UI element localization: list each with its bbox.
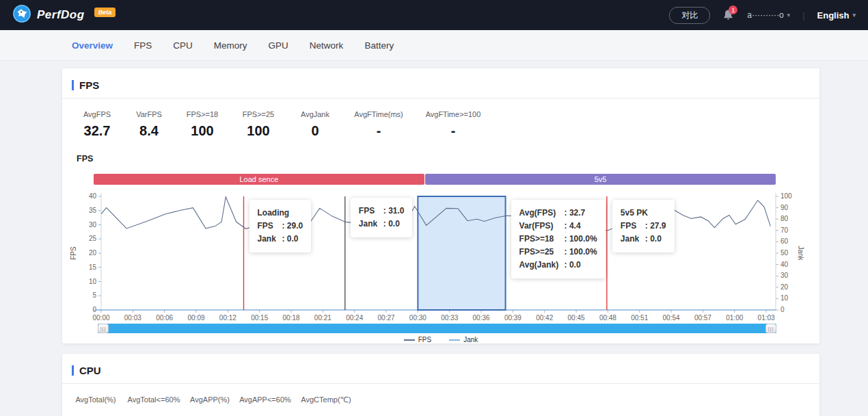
svg-text:10: 10 [781, 294, 789, 302]
tooltip-row: Var(FPS): 4.4 [519, 220, 597, 233]
tooltip-row: Jank: 0.0 [258, 233, 303, 246]
account-name: a··········o [747, 10, 783, 20]
tooltip-row: FPS>=25: 100.0% [519, 246, 597, 259]
app-header: PerfDog Beta 对比 1 a··········o ▾ | Engli… [0, 0, 868, 30]
svg-text:10: 10 [89, 278, 97, 285]
svg-text:01:03: 01:03 [758, 314, 775, 322]
tooltip-row: Loading [258, 207, 303, 220]
svg-text:00:33: 00:33 [441, 314, 458, 322]
stat-avgftime-ge-100: AvgFTime>=100 - [415, 110, 491, 139]
language-selector[interactable]: English ▾ [817, 10, 856, 21]
fps-line-chart[interactable]: 00:0000:0300:0600:0900:1200:1500:1800:21… [62, 192, 819, 324]
chart-legend: FPS Jank [62, 336, 819, 343]
svg-text:00:57: 00:57 [694, 314, 711, 322]
tooltip-row: 5v5 PK [621, 207, 666, 220]
stat-varfps: VarFPS 8.4 [122, 110, 176, 139]
svg-text:70: 70 [781, 226, 789, 234]
svg-text:00:09: 00:09 [187, 314, 204, 322]
svg-text:00:06: 00:06 [156, 314, 173, 322]
svg-text:90: 90 [781, 204, 789, 211]
stat-fps-ge-18: FPS>=18 100 [176, 110, 229, 139]
tab-gpu[interactable]: GPU [269, 40, 288, 51]
legend-item-fps[interactable]: FPS [404, 336, 431, 343]
svg-text:5: 5 [92, 291, 96, 299]
language-label: English [817, 10, 850, 21]
stat-avgfps: AvgFPS 32.7 [72, 110, 122, 139]
title-accent-bar [72, 80, 74, 90]
svg-text:20: 20 [89, 249, 97, 257]
chart-tooltip: FPS: 31.0Jank: 0.0 [351, 198, 413, 237]
svg-text:00:03: 00:03 [124, 314, 141, 322]
chart-scrollbar[interactable]: ||| ||| [98, 324, 776, 333]
tooltip-row: FPS>=18: 100.0% [519, 233, 597, 246]
scrollbar-right-handle[interactable]: ||| [765, 324, 776, 333]
compare-button[interactable]: 对比 [669, 7, 710, 24]
legend-item-jank[interactable]: Jank [449, 336, 478, 343]
scrollbar-left-handle[interactable]: ||| [98, 324, 109, 333]
tooltip-row: Avg(FPS): 32.7 [519, 207, 597, 220]
beta-badge: Beta [94, 8, 116, 17]
svg-text:00:00: 00:00 [92, 314, 109, 322]
scene-bar: 5v5 [425, 174, 776, 185]
svg-text:40: 40 [781, 261, 789, 268]
fps-chart[interactable]: 00:0000:0300:0600:0900:1200:1500:1800:21… [62, 174, 819, 333]
svg-text:00:18: 00:18 [283, 314, 300, 322]
cpu-stats-row: AvgTotal(%) AvgTotal<=60% AvgAPP(%) AvgA… [62, 384, 819, 416]
stat-avgtotal-le-60: AvgTotal<=60% [120, 395, 188, 404]
scene-bar: Load sence [94, 174, 424, 185]
jank-line-swatch [449, 339, 460, 341]
chart-tooltip: Avg(FPS): 32.7Var(FPS): 4.4FPS>=18: 100.… [511, 200, 606, 278]
fps-stats-row: AvgFPS 32.7 VarFPS 8.4 FPS>=18 100 FPS>=… [62, 99, 819, 139]
svg-text:00:39: 00:39 [504, 314, 521, 322]
title-accent-bar [72, 365, 74, 376]
svg-text:00:51: 00:51 [631, 314, 648, 322]
chart-tooltip: 5v5 PKFPS: 27.9Jank: 0.0 [612, 200, 675, 252]
tooltip-row: Jank: 0.0 [359, 218, 405, 231]
section-nav: Overview FPS CPU Memory GPU Network Batt… [0, 30, 868, 61]
svg-text:00:27: 00:27 [378, 314, 395, 322]
brand-title: PerfDog [37, 8, 85, 22]
stat-fps-ge-25: FPS>=25 100 [229, 110, 288, 139]
stat-avgftime: AvgFTime(ms) - [342, 110, 415, 139]
svg-text:00:24: 00:24 [346, 314, 363, 322]
svg-text:00:42: 00:42 [536, 314, 553, 322]
svg-text:Jank: Jank [797, 246, 804, 261]
stat-avgapp: AvgAPP(%) [188, 395, 232, 404]
tab-network[interactable]: Network [310, 40, 344, 51]
stat-avgtotal: AvgTotal(%) [72, 395, 120, 404]
header-divider: | [802, 10, 804, 21]
svg-text:30: 30 [781, 272, 789, 279]
notification-bell[interactable]: 1 [722, 9, 735, 21]
tooltip-row: FPS: 27.9 [621, 220, 666, 233]
tooltip-row: Jank: 0.0 [621, 233, 666, 246]
fps-section-title: FPS [79, 79, 99, 91]
svg-text:15: 15 [89, 263, 97, 271]
svg-text:60: 60 [781, 237, 789, 245]
svg-text:35: 35 [89, 207, 97, 214]
svg-text:01:00: 01:00 [726, 314, 743, 322]
cpu-card: CPU AvgTotal(%) AvgTotal<=60% AvgAPP(%) … [62, 354, 819, 416]
notification-count-badge: 1 [729, 5, 737, 14]
perfdog-logo-icon [12, 4, 31, 26]
chevron-down-icon: ▾ [852, 12, 856, 18]
cpu-section-title: CPU [79, 365, 101, 376]
tab-fps[interactable]: FPS [134, 40, 152, 51]
svg-text:20: 20 [781, 283, 789, 291]
tab-memory[interactable]: Memory [214, 40, 247, 51]
fps-chart-label: FPS [77, 154, 819, 164]
tooltip-row: Avg(Jank): 0.0 [519, 259, 597, 272]
tab-overview[interactable]: Overview [72, 40, 113, 51]
svg-text:00:36: 00:36 [473, 314, 490, 322]
svg-text:80: 80 [781, 215, 789, 222]
tooltip-row: FPS: 31.0 [359, 205, 405, 218]
tab-cpu[interactable]: CPU [173, 40, 193, 51]
tab-battery[interactable]: Battery [364, 40, 394, 51]
stat-avgapp-le-60: AvgAPP<=60% [232, 395, 299, 404]
account-menu[interactable]: a··········o ▾ [747, 10, 790, 20]
svg-text:FPS: FPS [70, 246, 77, 260]
svg-text:40: 40 [89, 192, 97, 200]
svg-text:00:12: 00:12 [219, 314, 236, 322]
svg-text:00:21: 00:21 [314, 314, 331, 322]
fps-card: FPS AvgFPS 32.7 VarFPS 8.4 FPS>=18 100 F… [62, 68, 819, 343]
svg-text:00:30: 00:30 [409, 314, 426, 322]
